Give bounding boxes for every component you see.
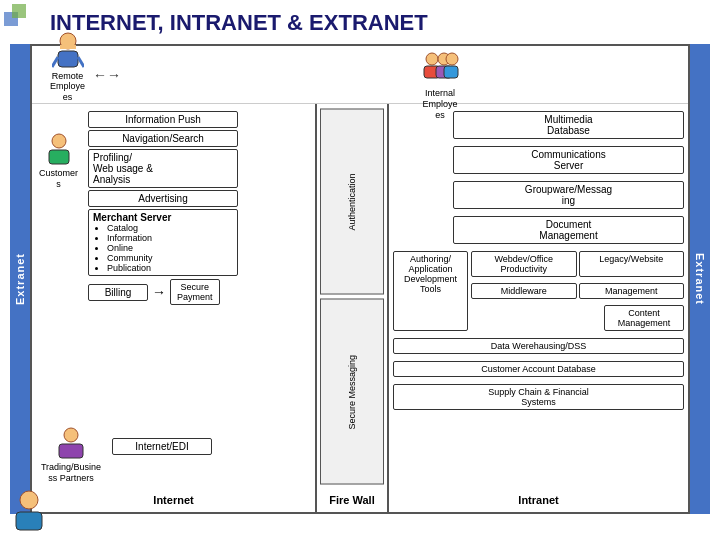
svg-rect-16 bbox=[16, 512, 42, 530]
corner-icon bbox=[2, 2, 37, 37]
bottom-person-icon bbox=[10, 490, 48, 534]
supply-chain-box: Supply Chain & Financial Systems bbox=[393, 384, 684, 410]
svg-point-5 bbox=[426, 53, 438, 65]
nav-search-box: Navigation/Search bbox=[88, 130, 238, 147]
middleware-mgmt-box: Management bbox=[579, 283, 685, 299]
internet-boxes: Information Push Navigation/Search Profi… bbox=[88, 109, 311, 305]
webdev-row: Webdev/Office Productivity Legacy/Websit… bbox=[471, 249, 684, 279]
billing-box: Billing bbox=[88, 284, 148, 301]
merchant-item: Information bbox=[107, 233, 231, 243]
main-layout: Extranet RemoteEmployees ←→ bbox=[10, 44, 710, 514]
firewall-zone: Authentication Secure Messaging Fire Wal… bbox=[317, 104, 389, 512]
svg-line-2 bbox=[52, 57, 58, 67]
firewall-label: Fire Wall bbox=[329, 494, 374, 506]
merchant-item: Catalog bbox=[107, 223, 231, 233]
trading-partners-label: Trading/Business Partners bbox=[36, 462, 106, 484]
merchant-item: Publication bbox=[107, 263, 231, 273]
customer-figure: Customers bbox=[36, 132, 81, 190]
edi-box: Internet/EDI bbox=[112, 438, 212, 455]
merchant-item: Community bbox=[107, 253, 231, 263]
svg-rect-10 bbox=[444, 66, 458, 78]
intranet-fourth-row: Document Management bbox=[453, 214, 684, 246]
intranet-top-row: Multimedia Database bbox=[453, 109, 684, 141]
svg-rect-1 bbox=[58, 51, 78, 67]
middleware-row: Middleware Management bbox=[471, 281, 684, 301]
page-title: INTERNET, INTRANET & EXTRANET bbox=[10, 10, 710, 36]
comm-server-box: Communications Server bbox=[453, 146, 684, 174]
trading-partners: Trading/Business Partners bbox=[36, 426, 106, 484]
authentication-bar: Authentication bbox=[320, 109, 384, 295]
secure-messaging-bar: Secure Messaging bbox=[320, 299, 384, 485]
intranet-third-row: Groupware/Messag ing bbox=[453, 179, 684, 211]
svg-rect-14 bbox=[59, 444, 83, 458]
svg-rect-4 bbox=[60, 45, 76, 49]
billing-arrow: → bbox=[152, 284, 166, 300]
data-warehouse-box: Data Werehausing/DSS bbox=[393, 338, 684, 354]
corner-graphic bbox=[2, 2, 37, 39]
svg-rect-12 bbox=[49, 150, 69, 164]
internal-employees-icon bbox=[420, 50, 460, 88]
customer-account-box: Customer Account Database bbox=[393, 361, 684, 377]
remote-employee-label: RemoteEmployees bbox=[50, 71, 85, 103]
doc-mgmt-box: Document Management bbox=[453, 216, 684, 244]
internet-label: Internet bbox=[153, 494, 193, 506]
diagram: RemoteEmployees ←→ Intern bbox=[30, 44, 690, 514]
authoring-box: Authoring/ Application Development Tools bbox=[393, 251, 468, 331]
groupware-box: Groupware/Messag ing bbox=[453, 181, 684, 209]
figures-row: RemoteEmployees ←→ Intern bbox=[32, 46, 688, 104]
profiling-box: Profiling/ Web usage & Analysis bbox=[88, 149, 238, 188]
svg-point-9 bbox=[446, 53, 458, 65]
trading-partners-icon bbox=[54, 426, 88, 462]
bottom-figure bbox=[10, 490, 48, 536]
customer-label: Customers bbox=[36, 168, 81, 190]
intranet-zone: Multimedia Database Communications Serve… bbox=[389, 104, 688, 512]
left-extranet-bar: Extranet bbox=[10, 44, 30, 514]
remote-employee: RemoteEmployees bbox=[50, 31, 85, 103]
multimedia-db-box: Multimedia Database bbox=[453, 111, 684, 139]
intranet-mid-row: Authoring/ Application Development Tools… bbox=[393, 249, 684, 333]
webdev-col: Webdev/Office Productivity Legacy/Websit… bbox=[471, 249, 684, 333]
intranet-second-row: Communications Server bbox=[453, 144, 684, 176]
content-mgmt-box: Content Management bbox=[604, 305, 684, 331]
remote-employee-icon bbox=[52, 31, 84, 71]
internet-zone: Customers Information Push Navigation/Se… bbox=[32, 104, 317, 512]
info-push-box: Information Push bbox=[88, 111, 238, 128]
legacy-website-box: Legacy/Website bbox=[579, 251, 685, 277]
merchant-list: Catalog Information Online Community Pub… bbox=[93, 223, 231, 273]
advertising-box: Advertising bbox=[88, 190, 238, 207]
intranet-label: Intranet bbox=[518, 494, 558, 506]
secure-payment-box: Secure Payment bbox=[170, 279, 220, 305]
svg-point-11 bbox=[52, 134, 66, 148]
svg-line-3 bbox=[78, 57, 84, 67]
right-extranet-bar: Extranet bbox=[690, 44, 710, 514]
remote-arrow: ←→ bbox=[93, 67, 121, 83]
billing-row: Billing → Secure Payment bbox=[88, 279, 311, 305]
middleware-box: Middleware bbox=[471, 283, 577, 299]
customer-icon bbox=[44, 132, 74, 168]
svg-point-13 bbox=[64, 428, 78, 442]
svg-point-15 bbox=[20, 491, 38, 509]
body-row: Customers Information Push Navigation/Se… bbox=[32, 104, 688, 512]
svg-rect-18 bbox=[12, 4, 26, 18]
slide: INTERNET, INTRANET & EXTRANET Extranet R… bbox=[0, 0, 720, 540]
merchant-box: Merchant Server Catalog Information Onli… bbox=[88, 209, 238, 276]
webdev-box: Webdev/Office Productivity bbox=[471, 251, 577, 277]
merchant-item: Online bbox=[107, 243, 231, 253]
content-row: Content Management bbox=[471, 303, 684, 333]
